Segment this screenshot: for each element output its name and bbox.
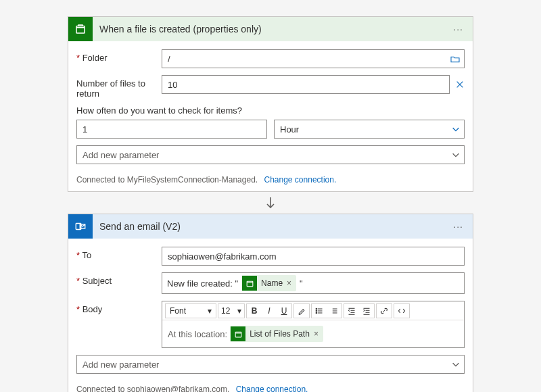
token-filepath[interactable]: List of Files Path × [230, 326, 323, 342]
token-name-label: Name [261, 278, 283, 288]
action-more-button[interactable]: ··· [449, 218, 467, 235]
outdent-button[interactable] [344, 303, 359, 318]
frequency-prompt: How often do you want to check for items… [76, 105, 465, 116]
chevron-down-icon [451, 150, 461, 160]
numfiles-input[interactable] [162, 75, 450, 94]
font-size-select[interactable]: 12▾ [218, 303, 244, 318]
interval-input[interactable] [76, 120, 267, 139]
change-connection-link[interactable]: Change connection. [264, 175, 336, 185]
subject-suffix: " [299, 277, 304, 290]
link-button[interactable] [377, 303, 392, 318]
svg-point-4 [316, 308, 317, 310]
chevron-down-icon [451, 124, 461, 134]
chevron-down-icon [451, 360, 461, 369]
bold-button[interactable]: B [247, 303, 262, 318]
action-header[interactable]: Send an email (V2) ··· [68, 214, 473, 239]
clear-numfiles-icon[interactable] [455, 80, 465, 89]
indent-button[interactable] [359, 303, 374, 318]
add-parameter-label: Add new parameter [83, 360, 159, 370]
svg-point-5 [316, 310, 317, 312]
subject-label: Subject [76, 272, 162, 286]
body-prefix: At this location: [168, 329, 227, 339]
trigger-connection-text: Connected to MyFileSystemConnection-Mana… [76, 175, 258, 185]
action-card: Send an email (V2) ··· To Subject New fi… [68, 214, 473, 392]
subject-prefix: New file created: " [166, 277, 239, 290]
underline-button[interactable]: U [277, 303, 291, 318]
code-view-button[interactable] [394, 303, 409, 318]
trigger-header[interactable]: When a file is created (properties only)… [68, 17, 473, 41]
subject-input[interactable]: New file created: " Name × " [162, 272, 465, 294]
action-connection-text: Connected to sophiaowen@fabrikam.com. [76, 385, 229, 392]
filesystem-icon [231, 326, 245, 341]
to-label: To [76, 247, 162, 260]
add-parameter-label: Add new parameter [83, 150, 159, 160]
trigger-card: When a file is created (properties only)… [68, 16, 473, 192]
rte-toolbar: Font▾ 12▾ B I U [162, 301, 464, 320]
action-title: Send an email (V2) [93, 221, 449, 232]
number-list-button[interactable] [327, 303, 342, 318]
action-footer: Connected to sophiaowen@fabrikam.com. Ch… [68, 379, 473, 392]
change-connection-link[interactable]: Change connection. [236, 385, 308, 392]
outlook-icon [68, 214, 93, 239]
body-editor: Font▾ 12▾ B I U [162, 301, 465, 348]
bullet-list-button[interactable] [312, 303, 327, 318]
add-parameter-select[interactable]: Add new parameter [76, 355, 465, 374]
font-select[interactable]: Font▾ [166, 303, 216, 318]
remove-token-icon[interactable]: × [287, 278, 291, 288]
remove-token-icon[interactable]: × [314, 329, 319, 339]
italic-button[interactable]: I [262, 303, 277, 318]
add-parameter-select[interactable]: Add new parameter [76, 145, 465, 164]
numfiles-label: Number of files to return [76, 75, 162, 99]
trigger-more-button[interactable]: ··· [449, 21, 467, 37]
flow-arrow-icon [264, 196, 277, 211]
filesystem-icon [68, 17, 93, 41]
body-label: Body [76, 301, 162, 314]
trigger-footer: Connected to MyFileSystemConnection-Mana… [68, 170, 473, 191]
token-filepath-label: List of Files Path [250, 329, 310, 339]
color-button[interactable] [294, 303, 309, 318]
filesystem-icon [242, 276, 257, 291]
unit-value: Hour [280, 124, 299, 134]
trigger-title: When a file is created (properties only) [93, 24, 449, 34]
body-content[interactable]: At this location: List of Files Path × [162, 320, 464, 347]
svg-point-6 [316, 312, 317, 314]
to-input[interactable] [162, 247, 465, 266]
folder-input[interactable] [162, 49, 465, 68]
folder-label: Folder [76, 49, 162, 63]
token-name[interactable]: Name × [241, 275, 296, 291]
unit-select[interactable]: Hour [274, 120, 465, 139]
folder-picker-icon[interactable] [450, 54, 461, 64]
